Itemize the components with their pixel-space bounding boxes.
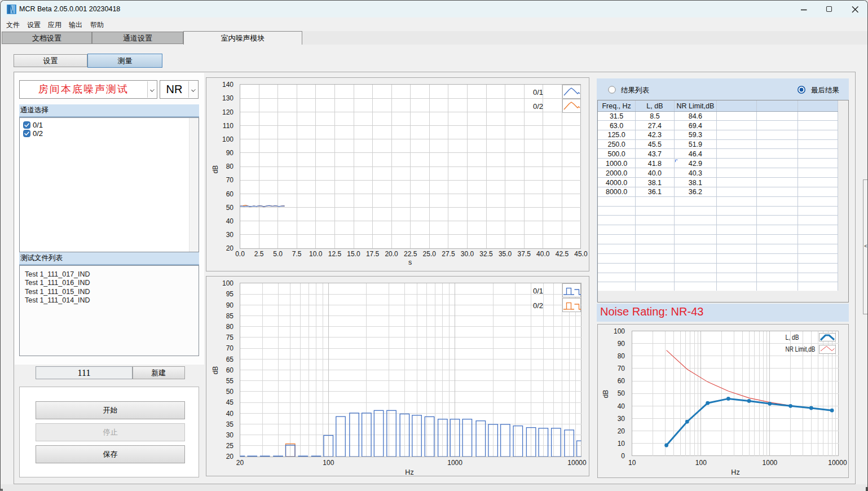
svg-text:10.0: 10.0: [309, 250, 323, 258]
svg-text:36.1: 36.1: [648, 188, 662, 196]
svg-text:1000.0: 1000.0: [606, 160, 627, 168]
svg-text:12.5: 12.5: [328, 250, 342, 258]
svg-text:20: 20: [226, 453, 234, 461]
svg-text:25.0: 25.0: [423, 250, 437, 258]
svg-text:L, dB: L, dB: [786, 334, 799, 341]
svg-text:30.0: 30.0: [461, 250, 474, 258]
svg-text:55: 55: [226, 377, 234, 385]
svg-text:37.5: 37.5: [518, 250, 531, 258]
svg-text:32.5: 32.5: [479, 250, 493, 258]
svg-text:110: 110: [223, 122, 233, 130]
svg-text:0/1: 0/1: [533, 88, 543, 97]
svg-text:30: 30: [618, 415, 625, 423]
svg-text:40.3: 40.3: [689, 169, 702, 177]
svg-text:500.0: 500.0: [607, 150, 625, 158]
svg-text:8000.0: 8000.0: [606, 188, 627, 196]
svg-text:60: 60: [226, 190, 234, 198]
svg-text:1000: 1000: [763, 459, 778, 467]
svg-text:42.5: 42.5: [556, 250, 569, 258]
svg-text:84.6: 84.6: [689, 112, 702, 120]
svg-text:100: 100: [323, 459, 334, 467]
svg-text:41.8: 41.8: [648, 160, 662, 168]
svg-text:2.5: 2.5: [254, 250, 264, 258]
svg-text:43.7: 43.7: [648, 150, 662, 158]
svg-text:40.0: 40.0: [648, 169, 662, 177]
svg-text:2000.0: 2000.0: [606, 169, 627, 177]
svg-text:51.9: 51.9: [689, 141, 702, 148]
svg-text:45: 45: [226, 398, 234, 406]
svg-text:60: 60: [618, 377, 625, 385]
svg-text:0/1: 0/1: [533, 287, 543, 295]
svg-text:45.0: 45.0: [574, 250, 588, 258]
svg-text:0.0: 0.0: [235, 250, 245, 258]
svg-text:dB: dB: [212, 366, 219, 375]
svg-text:90: 90: [226, 301, 234, 309]
svg-text:70: 70: [226, 344, 234, 352]
svg-text:100: 100: [695, 459, 707, 467]
svg-text:31.5: 31.5: [610, 112, 623, 120]
svg-text:40: 40: [226, 410, 234, 418]
svg-text:s: s: [408, 258, 412, 266]
svg-text:36.2: 36.2: [689, 188, 702, 196]
svg-text:40.0: 40.0: [536, 250, 550, 258]
svg-text:7.5: 7.5: [292, 250, 302, 258]
svg-text:1000: 1000: [447, 459, 462, 467]
svg-text:100: 100: [222, 135, 233, 143]
svg-text:35.0: 35.0: [499, 250, 512, 258]
svg-text:30: 30: [226, 231, 234, 239]
svg-text:10000: 10000: [828, 459, 847, 467]
svg-text:120: 120: [222, 108, 233, 116]
svg-text:38.1: 38.1: [689, 179, 702, 187]
svg-text:17.5: 17.5: [366, 250, 380, 258]
svg-text:0: 0: [621, 452, 625, 460]
svg-text:70: 70: [618, 365, 625, 372]
svg-text:20: 20: [226, 244, 234, 252]
svg-text:95: 95: [226, 290, 234, 298]
svg-text:85: 85: [226, 312, 234, 320]
svg-text:70: 70: [226, 176, 234, 184]
svg-text:63.0: 63.0: [610, 122, 623, 130]
svg-text:10000: 10000: [567, 459, 587, 467]
svg-text:59.3: 59.3: [689, 131, 702, 139]
svg-text:8.5: 8.5: [650, 112, 659, 120]
svg-text:65: 65: [226, 356, 234, 363]
svg-text:50: 50: [226, 388, 234, 396]
svg-text:69.4: 69.4: [689, 122, 702, 130]
svg-text:L, dB: L, dB: [646, 102, 663, 110]
svg-text:27.4: 27.4: [648, 122, 662, 130]
svg-text:dB: dB: [212, 165, 219, 174]
svg-text:125.0: 125.0: [607, 131, 625, 139]
svg-text:100: 100: [614, 327, 625, 335]
svg-text:60: 60: [226, 366, 234, 374]
svg-text:27.5: 27.5: [442, 250, 455, 258]
svg-text:250.0: 250.0: [607, 141, 625, 148]
svg-text:90: 90: [618, 340, 625, 348]
svg-text:Hz: Hz: [405, 468, 413, 476]
svg-text:50: 50: [226, 204, 234, 212]
svg-text:46.4: 46.4: [689, 150, 702, 158]
svg-text:38.1: 38.1: [648, 179, 662, 187]
svg-text:80: 80: [618, 352, 625, 360]
svg-text:40: 40: [618, 402, 625, 410]
svg-text:20.0: 20.0: [385, 250, 398, 258]
svg-text:40: 40: [226, 217, 234, 225]
svg-text:dB: dB: [602, 390, 610, 398]
svg-text:20: 20: [618, 427, 625, 435]
svg-text:22.5: 22.5: [404, 250, 417, 258]
svg-text:30: 30: [226, 431, 234, 439]
svg-text:10: 10: [618, 440, 625, 448]
svg-text:42.9: 42.9: [689, 160, 702, 168]
svg-text:Hz: Hz: [731, 468, 739, 476]
svg-text:0/2: 0/2: [533, 301, 543, 310]
svg-text:50: 50: [618, 389, 625, 397]
svg-text:100: 100: [222, 279, 233, 287]
svg-text:35: 35: [226, 420, 234, 428]
svg-text:Freq., Hz: Freq., Hz: [602, 102, 631, 110]
svg-text:140: 140: [222, 81, 233, 89]
svg-text:4000.0: 4000.0: [606, 179, 627, 187]
svg-text:NR Limit,dB: NR Limit,dB: [677, 102, 715, 110]
svg-text:20: 20: [236, 459, 244, 467]
svg-text:90: 90: [226, 149, 234, 157]
svg-text:15.0: 15.0: [347, 250, 360, 258]
svg-text:80: 80: [226, 163, 234, 170]
